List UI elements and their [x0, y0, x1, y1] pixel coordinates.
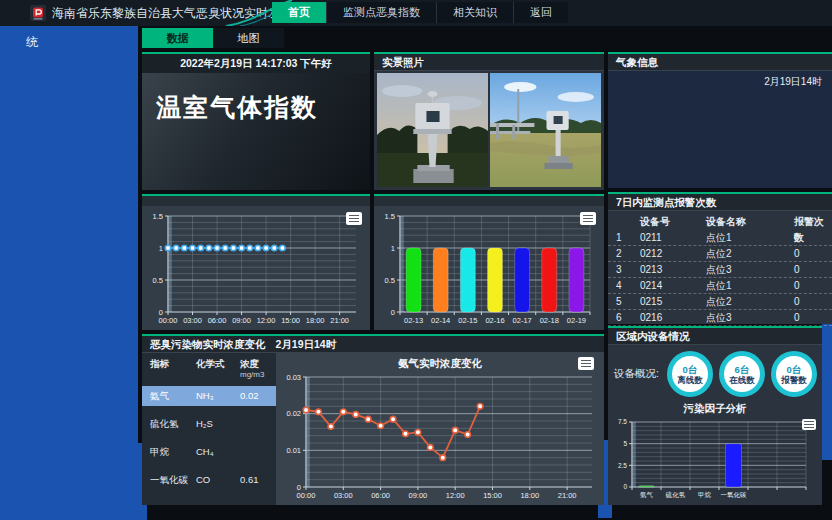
pollutant-panel-header: 恶臭污染物实时浓度变化 2月19日14时 — [142, 336, 604, 353]
svg-text:1: 1 — [159, 244, 163, 253]
svg-text:02-18: 02-18 — [540, 316, 559, 325]
svg-text:0.02: 0.02 — [286, 409, 301, 418]
svg-text:0: 0 — [391, 308, 395, 317]
table-row: 10211点位10 — [608, 230, 832, 246]
svg-text:0.5: 0.5 — [385, 276, 395, 285]
greeting-panel: 2022年2月19日 14:17:03 下午好 温室气体指数 — [142, 52, 370, 190]
svg-text:00:00: 00:00 — [159, 316, 178, 325]
station-photo-dusk — [377, 73, 488, 187]
svg-text:12:00: 12:00 — [446, 491, 465, 500]
svg-text:21:00: 21:00 — [330, 316, 349, 325]
daily-index-bar-chart: 00.511.502-1302-1402-1502-1602-1702-1802… — [374, 206, 600, 328]
pollutant-table-header: 指标 化学式 浓度mg/m3 — [150, 358, 276, 380]
station-photo-field — [490, 73, 601, 187]
svg-text:12:00: 12:00 — [257, 316, 276, 325]
svg-text:0.03: 0.03 — [286, 373, 301, 382]
weather-info-panel: 气象信息 2月19日14时 — [608, 52, 832, 188]
nav-item-back[interactable]: 返回 — [513, 2, 568, 23]
svg-text:02-13: 02-13 — [404, 316, 423, 325]
offline-count-badge: 0台 离线数 — [667, 351, 713, 397]
view-tabs: 数据 地图 — [142, 28, 284, 48]
nav-item-odor-index[interactable]: 监测点恶臭指数 — [326, 2, 436, 23]
pollutant-panel: 恶臭污染物实时浓度变化 2月19日14时 指标 化学式 浓度mg/m3 氨气NH… — [142, 334, 604, 505]
nh3-chart-title: 氨气实时浓度变化 — [276, 353, 604, 371]
tab-map[interactable]: 地图 — [213, 28, 284, 48]
svg-text:18:00: 18:00 — [520, 491, 539, 500]
nav-item-home[interactable]: 首页 — [272, 2, 326, 23]
svg-text:15:00: 15:00 — [281, 316, 300, 325]
nav-item-knowledge[interactable]: 相关知识 — [436, 2, 513, 23]
svg-text:1: 1 — [391, 244, 395, 253]
greenhouse-gas-index-title: 温室气体指数 — [142, 73, 370, 190]
toolbox-icon[interactable] — [580, 212, 596, 225]
table-row: 30213点位30 — [608, 262, 832, 278]
logo — [30, 5, 46, 21]
alarm-table-body: 10211点位1020212点位2030213点位3040214点位105021… — [608, 230, 832, 326]
svg-text:硫化氢: 硫化氢 — [665, 491, 686, 499]
live-photos-panel: 实景照片 — [374, 52, 604, 190]
top-header-bar: 海南省乐东黎族自治县大气恶臭状况实时发布系 首页 监测点恶臭指数 相关知识 返回 — [0, 0, 832, 26]
chart-header-strip — [142, 196, 370, 206]
device-status-title: 区域内设备情况 — [608, 328, 822, 345]
pollutant-table: 指标 化学式 浓度mg/m3 氨气NH₃0.02硫化氢H₂S甲烷CH₄一氧化碳C… — [142, 353, 276, 505]
weather-date: 2月19日14时 — [608, 71, 832, 93]
toolbox-icon[interactable] — [578, 357, 594, 370]
svg-text:03:00: 03:00 — [334, 491, 353, 500]
alarm-count-badge: 0台 报警数 — [771, 351, 817, 397]
pollution-factor-chart: 02.557.5氨气硫化氢甲烷一氧化碳 — [608, 417, 814, 499]
device-stats-row: 设备概况: 0台 离线数 6台 在线数 0台 报警数 — [608, 345, 822, 399]
pollutant-row[interactable]: 硫化氢H₂S — [150, 414, 276, 434]
title-wrap-text: 统 — [0, 26, 138, 51]
device-status-panel: 区域内设备情况 设备概况: 0台 离线数 6台 在线数 0台 报警数 污染因子分… — [608, 326, 822, 505]
svg-text:03:00: 03:00 — [183, 316, 202, 325]
svg-text:甲烷: 甲烷 — [698, 491, 712, 498]
svg-text:00:00: 00:00 — [297, 491, 316, 500]
tab-data[interactable]: 数据 — [142, 28, 213, 48]
greenhouse-index-chart: 00.511.500:0003:0006:0009:0012:0015:0018… — [142, 206, 366, 328]
table-row: 20212点位20 — [608, 246, 832, 262]
svg-text:06:00: 06:00 — [208, 316, 227, 325]
nh3-chart-area: 氨气实时浓度变化 00.010.020.0300:0003:0006:0009:… — [276, 353, 604, 505]
svg-text:15:00: 15:00 — [483, 491, 502, 500]
live-photos-title: 实景照片 — [374, 54, 604, 71]
pollutant-row[interactable]: 一氧化碳CO0.61 — [150, 470, 276, 490]
online-count-badge: 6台 在线数 — [719, 351, 765, 397]
device-stats-label: 设备概况: — [614, 367, 664, 381]
nh3-trend-chart: 00.010.020.0300:0003:0006:0009:0012:0015… — [276, 371, 604, 503]
svg-text:06:00: 06:00 — [371, 491, 390, 500]
greenhouse-index-chart-panel: 00.511.500:0003:0006:0009:0012:0015:0018… — [142, 194, 370, 330]
table-row: 60216点位30 — [608, 310, 832, 326]
svg-text:1.5: 1.5 — [153, 212, 163, 221]
svg-text:0.5: 0.5 — [153, 276, 163, 285]
pollutant-row[interactable]: 甲烷CH₄ — [150, 442, 276, 462]
main-nav: 首页 监测点恶臭指数 相关知识 返回 — [272, 2, 568, 23]
sidebar: 统 — [0, 26, 138, 520]
svg-text:2.5: 2.5 — [618, 462, 627, 469]
svg-text:02-16: 02-16 — [485, 316, 504, 325]
toolbox-icon[interactable] — [346, 212, 362, 225]
table-row: 40214点位10 — [608, 278, 832, 294]
weather-info-title: 气象信息 — [608, 54, 832, 71]
svg-text:氨气: 氨气 — [640, 491, 654, 498]
toolbox-icon[interactable] — [802, 419, 816, 430]
alarm-count-panel: 7日内监测点报警次数 设备号 设备名称 报警次数 10211点位1020212点… — [608, 192, 832, 324]
datetime-text: 2022年2月19日 14:17:03 下午好 — [142, 54, 370, 73]
pollution-factor-title: 污染因子分析 — [608, 399, 822, 417]
svg-text:21:00: 21:00 — [558, 491, 577, 500]
svg-text:0: 0 — [623, 483, 627, 490]
svg-text:02-14: 02-14 — [431, 316, 450, 325]
svg-text:18:00: 18:00 — [306, 316, 325, 325]
svg-text:5: 5 — [623, 440, 627, 447]
pollutant-title: 恶臭污染物实时浓度变化 — [150, 336, 266, 352]
svg-text:02-17: 02-17 — [513, 316, 532, 325]
pollutant-row[interactable]: 氨气NH₃0.02 — [142, 386, 276, 406]
daily-index-bar-chart-panel: 00.511.502-1302-1402-1502-1602-1702-1802… — [374, 194, 604, 330]
pollutant-table-body: 氨气NH₃0.02硫化氢H₂S甲烷CH₄一氧化碳CO0.61 — [150, 386, 276, 490]
svg-text:1.5: 1.5 — [385, 212, 395, 221]
chart-header-strip — [374, 196, 604, 206]
svg-text:09:00: 09:00 — [232, 316, 251, 325]
alarm-count-title: 7日内监测点报警次数 — [608, 194, 832, 211]
table-row: 50215点位20 — [608, 294, 832, 310]
pollutant-date: 2月19日14时 — [276, 336, 337, 352]
svg-text:7.5: 7.5 — [618, 418, 627, 425]
